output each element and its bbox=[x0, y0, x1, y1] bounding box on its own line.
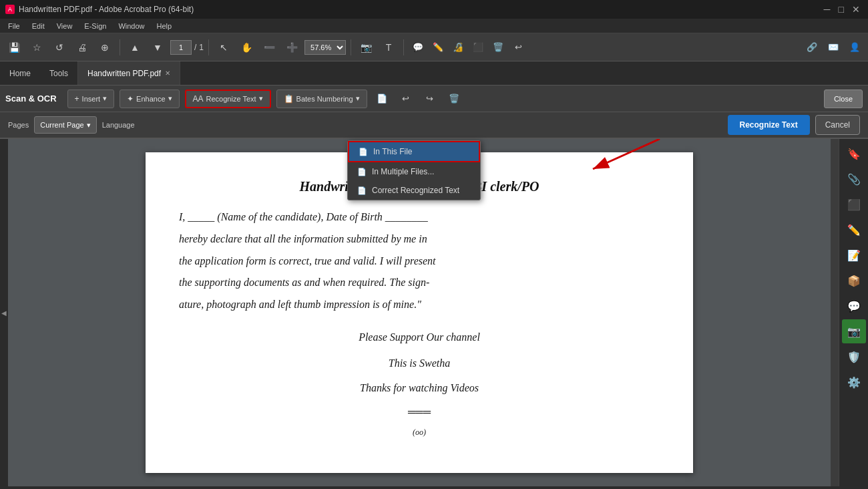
vertical-scrollbar[interactable] bbox=[831, 139, 839, 486]
sidebar-extract-btn[interactable]: 📦 bbox=[842, 269, 866, 293]
sidebar-comment-btn[interactable]: 💬 bbox=[842, 294, 866, 318]
save-btn[interactable]: 💾 bbox=[4, 37, 24, 57]
next-page-btn[interactable]: ▼ bbox=[148, 37, 168, 57]
recognize-text-btn[interactable]: AA Recognize Text ▾ bbox=[185, 90, 271, 108]
sep3 bbox=[351, 39, 351, 55]
enhance-arrow-icon: ▾ bbox=[168, 94, 172, 103]
zoom-select[interactable]: 57.6% bbox=[304, 40, 346, 55]
cursor-tool[interactable]: ↖ bbox=[214, 37, 234, 57]
doc-line-5: ature, photograph and left thumb impress… bbox=[179, 295, 660, 315]
print-btn[interactable]: 🖨 bbox=[72, 37, 92, 57]
share-btn[interactable]: 🔗 bbox=[803, 38, 821, 57]
title-bar-text: Handwritten PDF.pdf - Adobe Acrobat Pro … bbox=[19, 5, 194, 14]
hand-tool[interactable]: ✋ bbox=[236, 37, 256, 57]
minimize-btn[interactable]: ─ bbox=[821, 4, 833, 15]
insert-arrow-icon: ▾ bbox=[103, 94, 107, 103]
insert-btn[interactable]: + Insert ▾ bbox=[67, 90, 115, 108]
right-tools: 💬 ✏️ 🔏 ⬛ 🗑️ ↩ bbox=[409, 38, 527, 57]
page-separator: / bbox=[194, 43, 196, 52]
delete-btn[interactable]: 🗑️ bbox=[489, 38, 507, 57]
page-input[interactable]: 1 bbox=[170, 40, 192, 55]
sidebar-settings-btn[interactable]: ⚙️ bbox=[842, 370, 866, 394]
bates-arrow-icon: ▾ bbox=[356, 94, 360, 103]
maximize-btn[interactable]: □ bbox=[836, 4, 847, 15]
page-total: 1 bbox=[199, 43, 204, 52]
close-btn[interactable]: ✕ bbox=[849, 4, 863, 15]
menu-view[interactable]: View bbox=[51, 21, 78, 31]
snapshot-btn[interactable]: 📷 bbox=[356, 37, 376, 57]
ocr-tool1[interactable]: 📄 bbox=[373, 90, 391, 108]
tab-active-file[interactable]: Handwritten PDF.pdf ✕ bbox=[78, 61, 180, 85]
enhance-btn[interactable]: ✦ Enhance ▾ bbox=[120, 90, 179, 108]
multiple-files-icon: 📄 bbox=[357, 168, 367, 176]
ocr-toolbar: Scan & OCR + Insert ▾ ✦ Enhance ▾ AA Rec… bbox=[0, 86, 868, 112]
dropdown-in-multiple-files[interactable]: 📄 In Multiple Files... bbox=[348, 162, 480, 181]
mail-btn[interactable]: ✉️ bbox=[824, 38, 843, 57]
ocr-delete[interactable]: 🗑️ bbox=[445, 90, 463, 108]
recognize-text-action-btn[interactable]: Recognize Text bbox=[728, 115, 810, 135]
recognize-dropdown-menu: 📄 In This File 📄 In Multiple Files... 📄 … bbox=[347, 140, 481, 200]
doc-line-3: the application form is correct, true an… bbox=[179, 252, 660, 271]
sidebar-scan-btn[interactable]: 📷 bbox=[842, 319, 866, 343]
ocr-undo[interactable]: ↩ bbox=[397, 90, 415, 108]
doc-line-7: This is Swetha bbox=[179, 354, 660, 373]
left-collapse-panel[interactable]: ◀ bbox=[0, 139, 8, 486]
zoom-fit-btn[interactable]: ⊕ bbox=[95, 37, 115, 57]
enhance-icon: ✦ bbox=[127, 94, 134, 104]
menu-bar: File Edit View E-Sign Window Help bbox=[0, 19, 868, 33]
sidebar-shield-btn[interactable]: 🛡️ bbox=[842, 345, 866, 369]
dropdown-in-this-file[interactable]: 📄 In This File bbox=[348, 141, 480, 162]
tab-tools[interactable]: Tools bbox=[40, 61, 78, 85]
dropdown-correct-recognized[interactable]: 📄 Correct Recognized Text bbox=[348, 181, 480, 200]
right-sidebar: 🔖 📎 ⬛ ✏️ 📝 📦 💬 📷 🛡️ ⚙️ bbox=[839, 139, 868, 486]
pen-btn[interactable]: ✏️ bbox=[429, 38, 447, 57]
doc-line-2: hereby declare that all the information … bbox=[179, 230, 660, 249]
recognize-icon: AA bbox=[193, 94, 204, 104]
refresh-btn[interactable]: ↺ bbox=[49, 37, 69, 57]
sidebar-notes-btn[interactable]: 📝 bbox=[842, 243, 866, 267]
menu-esign[interactable]: E-Sign bbox=[79, 21, 112, 31]
stamp-btn[interactable]: 🔏 bbox=[449, 38, 467, 57]
zoom-in-btn[interactable]: ➕ bbox=[282, 37, 302, 57]
pdf-page: Handwritten Declaration For SBI clerk/PO… bbox=[146, 152, 693, 473]
correct-icon: 📄 bbox=[357, 186, 367, 195]
profile-btn[interactable]: 👤 bbox=[845, 38, 864, 57]
sep4 bbox=[403, 39, 404, 55]
prev-page-btn[interactable]: ▲ bbox=[125, 37, 145, 57]
sidebar-edit-btn[interactable]: ✏️ bbox=[842, 218, 866, 242]
svg-line-1 bbox=[593, 139, 660, 169]
tabs-bar: Home Tools Handwritten PDF.pdf ✕ bbox=[0, 61, 868, 86]
ocr-redo[interactable]: ↪ bbox=[421, 90, 439, 108]
ocr-close-btn[interactable]: Close bbox=[824, 90, 863, 108]
pages-label: Pages bbox=[8, 121, 29, 129]
collapse-arrow-icon: ◀ bbox=[1, 309, 7, 317]
bates-numbering-btn[interactable]: 📋 Bates Numbering ▾ bbox=[276, 90, 367, 108]
tab-home[interactable]: Home bbox=[0, 61, 40, 85]
window-controls[interactable]: ─ □ ✕ bbox=[821, 4, 863, 15]
cancel-action-btn[interactable]: Cancel bbox=[815, 115, 860, 135]
sidebar-attach-btn[interactable]: 📎 bbox=[842, 167, 866, 191]
doc-body: I, _____ (Name of the candidate), Date o… bbox=[179, 208, 660, 442]
main-toolbar: 💾 ☆ ↺ 🖨 ⊕ ▲ ▼ 1 / 1 ↖ ✋ ➖ ➕ 57.6% 📷 T 💬 … bbox=[0, 33, 868, 61]
menu-edit[interactable]: Edit bbox=[27, 21, 50, 31]
current-page-label: Current Page bbox=[40, 121, 83, 129]
tab-close-btn[interactable]: ✕ bbox=[165, 69, 170, 77]
current-page-dropdown[interactable]: Current Page ▾ bbox=[34, 116, 96, 134]
text-select-btn[interactable]: T bbox=[379, 37, 399, 57]
file-icon: 📄 bbox=[359, 148, 368, 156]
bookmark-btn[interactable]: ☆ bbox=[27, 37, 47, 57]
redact-btn[interactable]: ⬛ bbox=[469, 38, 487, 57]
doc-line-8: Thanks for watching Videos bbox=[179, 379, 660, 398]
menu-file[interactable]: File bbox=[3, 21, 25, 31]
comment-btn[interactable]: 💬 bbox=[409, 38, 427, 57]
undo-btn[interactable]: ↩ bbox=[509, 38, 527, 57]
doc-line-4: the supporting documents as and when req… bbox=[179, 273, 660, 293]
insert-icon: + bbox=[75, 94, 79, 104]
ocr-title: Scan & OCR bbox=[5, 94, 57, 104]
sidebar-bookmark-btn[interactable]: 🔖 bbox=[842, 142, 866, 166]
zoom-out-btn[interactable]: ➖ bbox=[259, 37, 279, 57]
recognize-action-area: Recognize Text Cancel bbox=[722, 115, 861, 135]
menu-window[interactable]: Window bbox=[113, 21, 150, 31]
sidebar-layers-btn[interactable]: ⬛ bbox=[842, 192, 866, 216]
menu-help[interactable]: Help bbox=[152, 21, 178, 31]
